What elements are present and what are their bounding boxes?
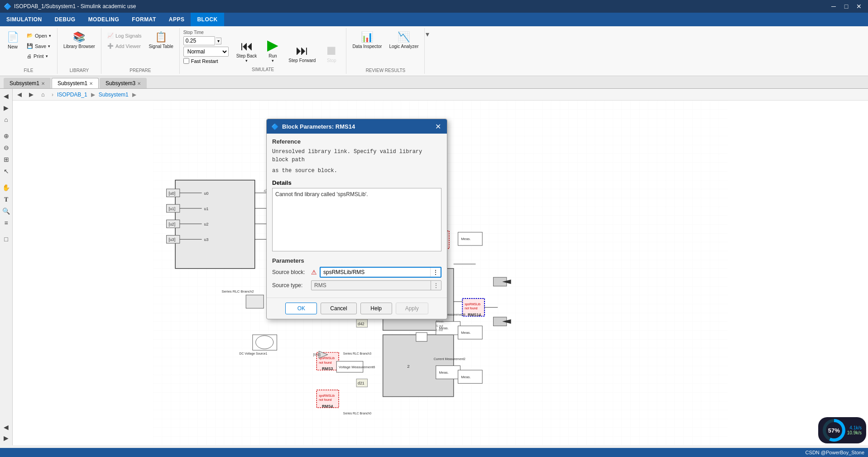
- search-tool[interactable]: 🔍: [1, 206, 12, 216]
- add-viewer-button[interactable]: ➕ Add Viewer: [104, 41, 145, 51]
- tab-subsystem1-active[interactable]: Subsystem1 ✕: [52, 78, 99, 88]
- menu-block[interactable]: BLOCK: [191, 13, 224, 26]
- tab-subsystem3[interactable]: Subsystem3 ✕: [100, 78, 147, 88]
- dialog-details-textarea[interactable]: Cannot find library called 'spsRMSLib'.: [272, 188, 441, 251]
- svg-text:Voltage Measurement6: Voltage Measurement6: [339, 365, 375, 369]
- align-tool[interactable]: ≡: [1, 217, 12, 228]
- stop-time-input-row: ▾: [183, 36, 229, 45]
- tabbar: Subsystem1 ✕ Subsystem1 ✕ Subsystem3 ✕: [0, 76, 868, 89]
- cancel-button[interactable]: Cancel: [321, 303, 356, 314]
- step-forward-button[interactable]: ⏭ Step Forward: [284, 40, 320, 66]
- svg-text:Series RLC Branch0: Series RLC Branch0: [343, 412, 371, 415]
- forward-button[interactable]: ▶: [1, 102, 12, 113]
- maximize-button[interactable]: □: [841, 1, 852, 12]
- menu-debug[interactable]: DEBUG: [48, 13, 82, 26]
- svg-text:not found: not found: [465, 307, 478, 310]
- step-back-button[interactable]: ⏮ Step Back ▾: [232, 35, 261, 66]
- dialog-params-section: Parameters Source block: ⚠ ⋮ Sourc: [272, 257, 441, 290]
- bottom-nav-1[interactable]: ◀: [1, 422, 12, 433]
- source-block-ellipsis[interactable]: ⋮: [430, 268, 441, 277]
- nav-back[interactable]: ◀: [14, 90, 24, 100]
- zoom-in-button[interactable]: ⊕: [1, 130, 12, 141]
- block-tool[interactable]: □: [1, 234, 12, 245]
- open-button[interactable]: 📂 Open ▾: [24, 31, 54, 40]
- print-dropdown-icon: ▾: [46, 54, 48, 58]
- new-button[interactable]: 📄 New: [3, 29, 23, 52]
- ribbon: 📄 New 📂 Open ▾ 💾 Save ▾ 🖨 Print: [0, 26, 868, 76]
- source-type-ellipsis[interactable]: ⋮: [431, 281, 441, 290]
- menu-modeling[interactable]: MODELING: [82, 13, 126, 26]
- tab-close-1[interactable]: ✕: [89, 81, 93, 86]
- zoom-out-button[interactable]: ⊖: [1, 142, 12, 153]
- svg-text:Meas.: Meas.: [439, 370, 449, 375]
- svg-rect-2: [175, 180, 255, 269]
- open-icon: 📂: [27, 33, 33, 38]
- stop-time-dropdown[interactable]: ▾: [216, 38, 221, 44]
- breadcrumb-root[interactable]: ISOPDAB_1: [57, 91, 87, 98]
- tab-close-0[interactable]: ✕: [41, 81, 45, 86]
- canvas[interactable]: [u0] [u1] [u2] [u3] u0 u1 u2 u3: [13, 101, 868, 445]
- svg-text:d21: d21: [358, 381, 364, 385]
- ribbon-file-label: FILE: [3, 67, 54, 73]
- step-forward-icon: ⏭: [296, 43, 308, 58]
- stop-time-input[interactable]: [183, 36, 215, 45]
- dialog-reference-section: Reference Unresolved library link. Speci…: [272, 138, 441, 175]
- data-inspector-button[interactable]: 📊 Data Inspector: [349, 29, 385, 51]
- back-button[interactable]: ◀: [1, 91, 12, 101]
- dialog-close-button[interactable]: ✕: [433, 122, 442, 131]
- source-type-label: Source type:: [272, 282, 308, 289]
- minimize-button[interactable]: ─: [828, 1, 839, 12]
- ribbon-simulate-label: SIMULATE: [183, 66, 343, 72]
- svg-text:2: 2: [407, 364, 409, 369]
- source-block-label: Source block:: [272, 269, 308, 275]
- dialog-title: Block Parameters: RMS14: [282, 123, 355, 130]
- stop-time-label: Stop Time: [183, 30, 229, 35]
- menu-format[interactable]: FORMAT: [125, 13, 162, 26]
- stop-button[interactable]: ⏹ Stop: [321, 40, 342, 66]
- tab-label-3: Subsystem3: [106, 80, 135, 87]
- logic-analyzer-button[interactable]: 📉 Logic Analyzer: [386, 29, 422, 51]
- pan-tool[interactable]: ✋: [1, 182, 12, 193]
- save-button[interactable]: 💾 Save ▾: [24, 41, 54, 51]
- print-button[interactable]: 🖨 Print ▾: [24, 52, 54, 61]
- svg-text:RMS4: RMS4: [322, 404, 333, 409]
- signal-table-button[interactable]: 📋 Signal Table: [145, 29, 176, 51]
- ok-button[interactable]: OK: [285, 303, 317, 314]
- zoom-fit-button[interactable]: ⊞: [1, 154, 12, 165]
- run-button[interactable]: ▶ Run ▾: [262, 33, 283, 66]
- nav-forward[interactable]: ▶: [26, 90, 36, 100]
- main-area: ◀ ▶ ⌂ ⊕ ⊖ ⊞ ↖ ✋ 𝐓 🔍 ≡ □ ◀ ▶ ◀ ▶ ⌂ › ISOP…: [0, 89, 868, 445]
- bottom-nav-2[interactable]: ▶: [1, 433, 12, 443]
- menu-simulation[interactable]: SIMULATION: [0, 13, 48, 26]
- print-icon: 🖨: [27, 53, 32, 59]
- annotation-tool[interactable]: 𝐓: [1, 194, 12, 205]
- svg-rect-57: [246, 295, 264, 308]
- ribbon-expand-button[interactable]: ▾: [426, 30, 429, 38]
- tab-close-2[interactable]: ✕: [137, 81, 141, 86]
- library-browser-button[interactable]: 📚 Library Browser: [60, 29, 98, 51]
- mode-dropdown[interactable]: Normal Accelerator Rapid Accelerator: [183, 47, 229, 57]
- fast-restart-checkbox[interactable]: [183, 58, 189, 64]
- apply-button[interactable]: Apply: [396, 303, 428, 314]
- menu-apps[interactable]: APPS: [163, 13, 191, 26]
- svg-text:u3: u3: [204, 237, 209, 242]
- log-signals-button[interactable]: 📈 Log Signals: [104, 31, 145, 40]
- source-block-input[interactable]: [321, 268, 430, 277]
- svg-text:spsRMSLib: spsRMSLib: [465, 303, 480, 306]
- close-button[interactable]: ✕: [854, 1, 864, 12]
- help-button[interactable]: Help: [360, 303, 392, 314]
- dialog-reference-text2: as the source block.: [272, 167, 441, 175]
- pointer-tool[interactable]: ↖: [1, 166, 12, 177]
- home-button[interactable]: ⌂: [1, 114, 12, 125]
- svg-text:Meas.: Meas.: [461, 237, 470, 241]
- tab-subsystem1-first[interactable]: Subsystem1 ✕: [4, 78, 51, 88]
- perf-percent: 57%: [828, 427, 840, 434]
- breadcrumb-child[interactable]: Subsystem1: [99, 91, 129, 98]
- speed-up: 4.1k/s: [849, 425, 862, 430]
- ribbon-library-section: 📚 Library Browser LIBRARY: [58, 28, 101, 74]
- nav-home[interactable]: ⌂: [38, 90, 48, 100]
- app-icon: 🔷: [4, 3, 11, 10]
- source-block-input-container: ⋮: [320, 267, 441, 278]
- svg-text:Meas.: Meas.: [461, 331, 470, 335]
- svg-text:RMS14: RMS14: [468, 313, 481, 317]
